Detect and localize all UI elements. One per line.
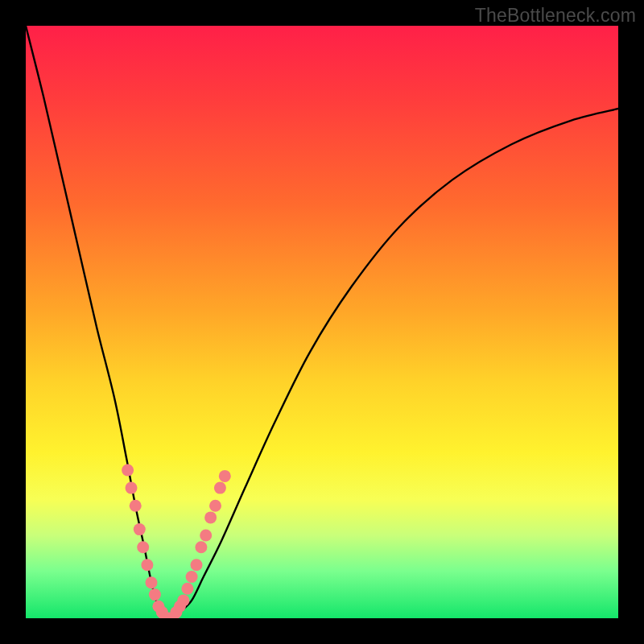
marker-group (122, 464, 231, 619)
bottleneck-chart-svg (26, 26, 618, 618)
watermark-text: TheBottleneck.com (475, 5, 636, 27)
data-marker (134, 523, 146, 535)
data-marker (186, 571, 198, 583)
data-marker (191, 559, 203, 571)
data-marker (122, 464, 134, 477)
data-marker (181, 583, 193, 595)
chart-frame: TheBottleneck.com (0, 0, 644, 644)
data-marker (137, 541, 149, 553)
data-marker (209, 500, 221, 512)
data-marker (126, 482, 138, 494)
data-marker (149, 588, 161, 601)
data-marker (141, 559, 153, 571)
data-marker (195, 541, 207, 553)
curve-group (26, 26, 618, 618)
data-marker (200, 530, 212, 542)
data-marker (146, 576, 158, 588)
bottleneck-curve (26, 26, 618, 618)
data-marker (219, 470, 231, 482)
data-marker (177, 594, 189, 606)
data-marker (204, 511, 217, 523)
data-marker (130, 500, 142, 512)
data-marker (214, 482, 226, 494)
plot-area (26, 26, 618, 618)
